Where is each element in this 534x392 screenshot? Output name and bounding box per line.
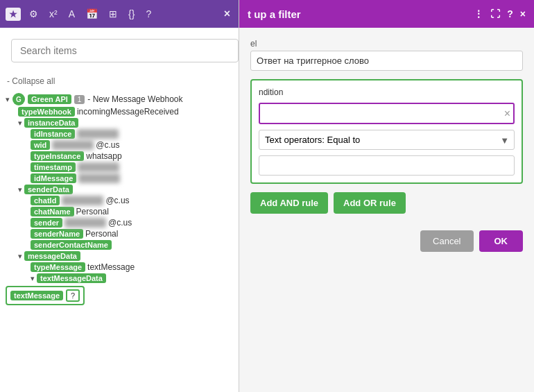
value-wid (52, 140, 94, 150)
value-sender-suffix: @c.us (108, 218, 132, 228)
close-dialog-icon[interactable]: × (520, 8, 526, 19)
value-sender (64, 218, 106, 228)
arrow-senderdata: ▾ (18, 185, 22, 194)
list-item: chatId @c.us (6, 196, 233, 205)
arrow-messagedata: ▾ (18, 252, 22, 261)
label-field-value: Ответ на триггерное слово (250, 51, 523, 71)
value-idmessage (78, 173, 120, 183)
dialog-title: t up a filter (248, 8, 301, 20)
badge-sendercontactname[interactable]: senderContactName (31, 240, 112, 250)
badge-textmessagedata[interactable]: textMessageData (37, 273, 106, 283)
value-timestamp (78, 162, 119, 172)
value-typewebhook: incomingMessageReceived (77, 107, 179, 117)
value-input-wrap (259, 155, 515, 176)
close-icon[interactable]: × (221, 6, 233, 22)
badge-sender[interactable]: sender (31, 218, 62, 228)
help-dialog-icon[interactable]: ? (507, 8, 513, 19)
tree-area: ▾ G Green API 1 - New Message Webhook ty… (0, 90, 239, 392)
badge-instancedata[interactable]: instanceData (24, 118, 78, 128)
list-item: ▾ instanceData (6, 118, 233, 128)
cancel-button[interactable]: Cancel (420, 230, 473, 252)
arrow-textmessagedata: ▾ (31, 274, 35, 283)
condition-clear-icon[interactable]: × (504, 108, 510, 120)
badge-sendername[interactable]: senderName (31, 229, 83, 239)
condition-label: ndition (259, 87, 515, 97)
condition-input[interactable] (259, 103, 515, 124)
dialog-body: el Ответ на триггерное слово ndition × T… (239, 28, 534, 225)
rule-buttons: Add AND rule Add OR rule (250, 192, 523, 214)
badge-wid[interactable]: wid (31, 140, 50, 150)
badge-chatid[interactable]: chatId (31, 196, 60, 205)
collapse-all[interactable]: - Collapse all (0, 74, 239, 90)
value-chatid (62, 196, 103, 205)
arrow-instancedata: ▾ (18, 119, 22, 128)
value-input[interactable] (259, 155, 515, 176)
superscript-icon[interactable]: x² (46, 7, 60, 21)
ok-button[interactable]: OK (479, 230, 524, 252)
value-chatid-suffix: @c.us (105, 196, 129, 205)
list-item: ▾ senderData (6, 185, 233, 194)
list-item: ▾ textMessageData (6, 273, 233, 283)
list-item: chatName Personal (6, 207, 233, 216)
list-item: sender @c.us (6, 218, 233, 228)
tree-root: ▾ G Green API 1 - New Message Webhook (6, 93, 233, 105)
search-input[interactable] (11, 39, 239, 62)
list-item: typeWebhook incomingMessageReceived (6, 107, 233, 117)
operator-wrap: Text operators: Equal to Text operators:… (259, 130, 515, 150)
condition-input-wrap: × (259, 103, 515, 124)
value-idinstance: 1103 (77, 129, 119, 139)
list-item: idInstance 1103 (6, 129, 233, 139)
condition-box: ndition × Text operators: Equal to Text … (250, 79, 523, 184)
help-icon[interactable]: ? (143, 7, 154, 21)
list-item: senderContactName (6, 240, 233, 250)
left-panel: ★ ⚙ x² A 📅 ⊞ {} ? × - Collapse all ▾ G G… (0, 0, 239, 392)
badge-typeinstance[interactable]: typeInstance (31, 151, 84, 161)
badge-timestamp[interactable]: timestamp (31, 162, 76, 172)
badge-typemessage[interactable]: typeMessage (31, 262, 85, 272)
left-toolbar: ★ ⚙ x² A 📅 ⊞ {} ? × (0, 0, 239, 28)
list-item: ▾ messageData (6, 251, 233, 261)
right-panel: t up a filter ⋮ ⛶ ? × el Ответ на тригге… (239, 0, 534, 392)
list-item: typeMessage textMessage (6, 262, 233, 272)
value-typeinstance: whatsapp (86, 151, 121, 161)
badge-textmessage[interactable]: textMessage (10, 291, 63, 300)
list-item: typeInstance whatsapp (6, 151, 233, 161)
badge-idinstance[interactable]: idInstance (31, 129, 75, 139)
green-api-badge[interactable]: Green API (28, 94, 71, 104)
tree-root-arrow: ▾ (6, 95, 10, 104)
operator-select[interactable]: Text operators: Equal to Text operators:… (259, 130, 515, 150)
star-icon[interactable]: ★ (6, 8, 21, 21)
root-suffix: - New Message Webhook (87, 94, 182, 104)
settings-icon[interactable]: ⚙ (26, 7, 41, 21)
add-or-rule-button[interactable]: Add OR rule (334, 192, 406, 214)
badge-messagedata[interactable]: messageData (24, 251, 80, 261)
value-chatname: Personal (76, 207, 109, 216)
value-typemessage: textMessage (87, 262, 135, 272)
value-sendername: Personal (85, 229, 118, 239)
text-icon[interactable]: A (66, 7, 78, 21)
green-api-icon: G (12, 93, 25, 105)
label-field: el Ответ на триггерное слово (250, 39, 523, 71)
grid-icon[interactable]: ⊞ (106, 7, 120, 21)
code-icon[interactable]: {} (126, 7, 137, 21)
value-wid-suffix: @c.us (96, 140, 119, 150)
badge-chatname[interactable]: chatName (31, 207, 74, 216)
list-item: timestamp (6, 162, 233, 172)
root-num-badge: 1 (74, 95, 85, 104)
list-item: wid @c.us (6, 140, 233, 150)
list-item: textMessage ? (6, 286, 85, 305)
badge-question[interactable]: ? (66, 289, 80, 302)
dialog-header-icons: ⋮ ⛶ ? × (474, 8, 526, 19)
dialog-header: t up a filter ⋮ ⛶ ? × (239, 0, 534, 28)
calendar-icon[interactable]: 📅 (83, 7, 101, 21)
fullscreen-icon[interactable]: ⛶ (490, 8, 500, 19)
badge-typewebhook[interactable]: typeWebhook (18, 107, 75, 117)
badge-idmessage[interactable]: idMessage (31, 173, 76, 183)
label-field-label: el (250, 39, 523, 49)
dialog-footer: Cancel OK (239, 230, 534, 252)
more-icon[interactable]: ⋮ (474, 8, 483, 19)
list-item: senderName Personal (6, 229, 233, 239)
add-and-rule-button[interactable]: Add AND rule (250, 192, 328, 214)
list-item: idMessage (6, 173, 233, 183)
badge-senderdata[interactable]: senderData (24, 185, 73, 194)
